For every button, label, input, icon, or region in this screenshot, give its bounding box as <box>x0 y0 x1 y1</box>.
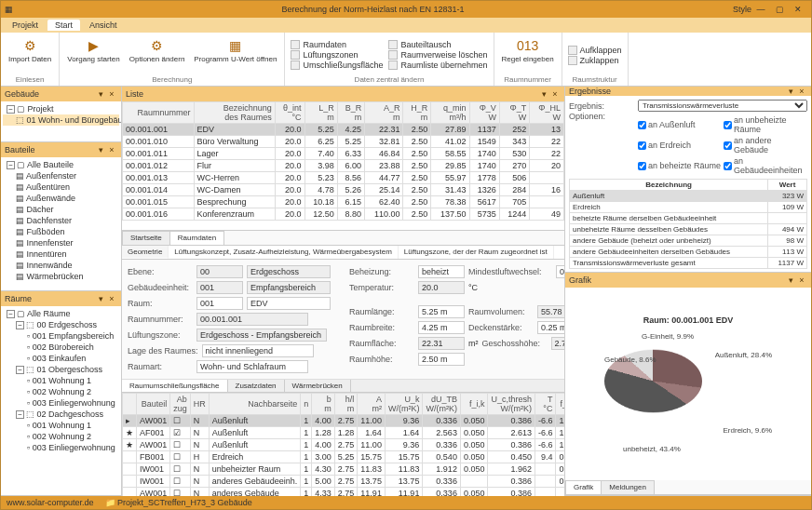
play-icon: ▶ <box>84 36 102 55</box>
option-check[interactable]: an Erdreich <box>638 136 722 154</box>
menu-start[interactable]: Start <box>47 20 80 31</box>
optionen-button[interactable]: ⚙Optionen ändern <box>128 34 187 75</box>
tree-node[interactable]: ▤ Innenfenster <box>3 237 119 248</box>
aufklappen-button[interactable]: Aufklappen <box>568 46 622 55</box>
style-menu[interactable]: Style <box>733 5 751 14</box>
raumverw-button[interactable]: Raumverweise löschen <box>388 50 487 60</box>
lueftung-button[interactable]: Lüftungszonen <box>291 50 383 60</box>
tree-selected: ⬚ 01 Wohn- und Bürogebäude <box>3 114 119 126</box>
table-row[interactable]: IW001☐Nanderes Gebäudeeinh.15.002.7513.7… <box>123 476 565 488</box>
tree-node[interactable]: ▤ Fußböden <box>3 226 119 237</box>
list-icon <box>388 60 398 70</box>
tree-node[interactable]: ▤ Innentüren <box>3 248 119 260</box>
inntab[interactable]: Wärmebrücken <box>285 380 351 392</box>
area-icon <box>291 60 300 70</box>
swap-icon <box>388 40 398 49</box>
inntab[interactable]: Raumumschließungsfläche <box>122 380 228 392</box>
tree-node[interactable]: ▤ Wärmebrücken <box>3 271 119 282</box>
room-icon <box>291 40 300 49</box>
vent-icon <box>291 50 300 60</box>
raum-input[interactable]: 001 <box>196 297 243 310</box>
bauteile-tree[interactable]: −▢ Alle Bauteile▤ Außenfenster▤ Außentür… <box>1 157 121 290</box>
collapse-icon <box>568 56 577 65</box>
raeume-tree[interactable]: −▢ Alle Räume−⬚ 00 Erdgeschoss▫ 001 Empf… <box>1 306 121 495</box>
vorgang-button[interactable]: ▶Vorgang starten <box>65 34 121 75</box>
menu-ansicht[interactable]: Ansicht <box>82 20 125 31</box>
tree-node[interactable]: ▤ Dachfenster <box>3 215 119 226</box>
number-icon: 013 <box>519 36 537 55</box>
delete-icon <box>388 50 398 60</box>
zuklappen-button[interactable]: Zuklappen <box>568 56 622 65</box>
import-button[interactable]: ⚙Import Daten <box>7 34 53 75</box>
tab-raumdaten[interactable]: Raumdaten <box>169 231 224 245</box>
menu-projekt[interactable]: Projekt <box>5 20 46 31</box>
tree-node[interactable]: ▤ Außentüren <box>3 181 119 193</box>
enclosure-table[interactable]: BauteilAbzugHRNachbarseitenbmh/lmAm²U_kW… <box>122 393 564 496</box>
option-check[interactable]: an andere Gebäude <box>724 136 807 154</box>
panel-grafik-title: Grafik <box>569 275 591 285</box>
inntab[interactable]: Zusatzdaten <box>228 380 285 392</box>
table-row[interactable]: 00.001.015Besprechung20.010.186.1562.402… <box>123 196 564 208</box>
tree-node[interactable]: ▤ Außenwände <box>3 193 119 204</box>
min-button[interactable]: — <box>751 5 770 14</box>
liste-table[interactable]: RaumnummerBezeichnungdes Raumesθ_int°CL_… <box>122 101 564 221</box>
regel-button[interactable]: 013Regel eingeben <box>500 34 556 75</box>
table-row[interactable]: 00.001.012Flur20.03.986.0023.882.5029.85… <box>123 160 564 172</box>
table-row[interactable]: FB001☐HErdreich13.005.2515.7515.750.5400… <box>123 451 565 463</box>
option-check[interactable]: an Außenluft <box>638 115 722 134</box>
panel-raeume-title: Räume <box>5 294 32 303</box>
tree-node[interactable]: ▤ Dächer <box>3 204 119 215</box>
close-button[interactable]: ✕ <box>789 5 807 14</box>
tree-node[interactable]: ▤ Außenfenster <box>3 170 119 181</box>
lage-select[interactable]: nicht innenliegend <box>202 344 314 357</box>
table-row[interactable]: 00.001.010Büro Verwaltung20.06.255.2532.… <box>123 136 564 148</box>
max-button[interactable]: ▢ <box>770 5 789 14</box>
subtab[interactable]: Lüftungszone, der der Raum zugeordnet is… <box>399 246 554 259</box>
pin-icon[interactable]: ▾ <box>95 89 106 99</box>
table-row[interactable]: 00.001.014WC-Damen20.04.785.2625.142.503… <box>123 184 564 196</box>
bauteil-button[interactable]: Bauteiltausch <box>388 40 487 49</box>
grafik-tab[interactable]: Grafik <box>565 480 602 494</box>
beheizung-select[interactable]: beheizt <box>418 265 465 278</box>
table-row[interactable]: 00.001.013WC-Herren20.05.238.5644.772.50… <box>123 172 564 184</box>
gebaeude-tree[interactable]: −▢ Projekt ⬚ 01 Wohn- und Bürogebäude <box>1 101 121 141</box>
table-row[interactable]: 00.001.001EDV20.05.254.2522.312.5027.891… <box>123 124 564 136</box>
table-row[interactable]: ▸AW001☐NAußenluft14.002.7511.009.360.336… <box>123 415 565 427</box>
table-row[interactable]: 00.001.011Lager20.07.406.3346.842.5058.5… <box>123 148 564 160</box>
subtab[interactable]: Geometrie <box>122 246 169 259</box>
window-title: Berechnung der Norm-Heizlast nach EN 128… <box>13 5 733 14</box>
subtab[interactable]: Lüftungskonzept, Zusatz-Aufheizleistung,… <box>169 246 398 259</box>
raumdaten-button[interactable]: Raumdaten <box>291 40 383 49</box>
pie-chart: Raum: 00.001.001 EDV Außenluft, 28.4% Er… <box>565 288 811 480</box>
ergebnis-select[interactable]: Transmissionswärmeverluste <box>638 100 807 112</box>
menubar: Projekt Start Ansicht <box>1 18 811 33</box>
raumart-select[interactable]: Wohn- und Schlafraum <box>196 360 308 373</box>
option-check[interactable]: an beheizte Räume <box>638 156 722 175</box>
table-row[interactable]: ★AF001☑NAußenluft11.281.281.641.642.5630… <box>123 427 565 439</box>
close-icon[interactable]: × <box>106 89 117 99</box>
option-check[interactable]: an Gebäudeeinheiten <box>724 156 807 175</box>
gear-icon: ⚙ <box>148 36 167 55</box>
table-row[interactable]: IW001☐Nunbeheizter Raum14.302.7511.8311.… <box>123 463 565 476</box>
geometry-form: Ebene:00Erdgeschoss Gebäudeeinheit:001Em… <box>122 260 564 380</box>
panel-erg-title: Ergebnisse <box>569 87 611 96</box>
tree-node[interactable]: ▤ Innenwände <box>3 260 119 271</box>
import-icon: ⚙ <box>20 36 39 55</box>
table-row[interactable]: 00.001.016Konferenzraum20.012.508.80110.… <box>123 208 564 221</box>
tab-startseite[interactable]: Startseite <box>122 231 170 245</box>
panel-bauteile-title: Bauteile <box>5 145 35 154</box>
status-url[interactable]: www.solar-computer.de <box>7 498 94 507</box>
option-check[interactable]: an unbeheizte Räume <box>724 115 807 134</box>
grafik-tab[interactable]: Meldungen <box>601 480 655 494</box>
table-row[interactable]: ★AW001☐NAußenluft14.002.7511.009.360.336… <box>123 439 565 451</box>
raumliste-button[interactable]: Raumliste übernehmen <box>388 60 487 70</box>
titlebar: ▦ Berechnung der Norm-Heizlast nach EN 1… <box>1 1 811 18</box>
uwert-button[interactable]: ▦Programm U-Wert öffnen <box>192 34 278 75</box>
table-row[interactable]: AW001☐Nanderes Gebäude14.332.7511.9111.9… <box>123 488 565 497</box>
panel-gebaeude-title: Gebäude <box>5 89 39 99</box>
umschl-button[interactable]: Umschließungsfläche <box>291 60 383 70</box>
app-icon: ▦ <box>5 5 13 14</box>
statusbar: www.solar-computer.de 📁 Projekt_SCTreffe… <box>1 496 811 509</box>
program-icon: ▦ <box>226 36 245 55</box>
ribbon: ⚙Import Daten Einlesen ▶Vorgang starten … <box>1 33 811 87</box>
